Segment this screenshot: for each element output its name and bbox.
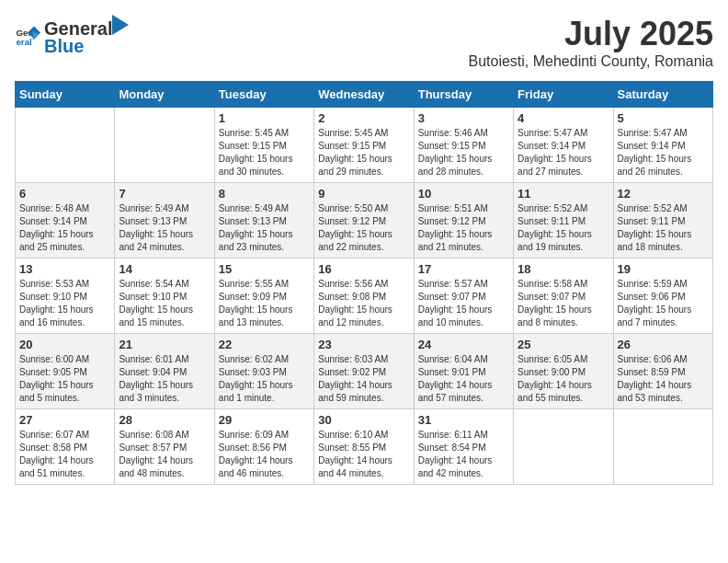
calendar-cell: 28Sunrise: 6:08 AM Sunset: 8:57 PM Dayli… <box>115 409 214 485</box>
day-info: Sunrise: 6:03 AM Sunset: 9:02 PM Dayligh… <box>318 354 392 403</box>
day-info: Sunrise: 5:52 AM Sunset: 9:11 PM Dayligh… <box>618 203 692 252</box>
day-number: 9 <box>318 187 409 201</box>
logo-arrow-icon <box>112 15 129 35</box>
calendar-week-row: 13Sunrise: 5:53 AM Sunset: 9:10 PM Dayli… <box>16 259 713 334</box>
page-header: Gen eral General Blue July 2025 Butoiest… <box>15 15 713 70</box>
day-info: Sunrise: 5:47 AM Sunset: 9:14 PM Dayligh… <box>518 128 592 177</box>
day-number: 2 <box>318 111 409 125</box>
logo: Gen eral General Blue <box>15 15 129 57</box>
main-title: July 2025 <box>468 15 713 53</box>
day-number: 11 <box>518 187 609 201</box>
day-info: Sunrise: 6:10 AM Sunset: 8:55 PM Dayligh… <box>318 430 392 478</box>
day-number: 28 <box>119 413 210 427</box>
weekday-header-thursday: Thursday <box>414 82 513 108</box>
day-number: 19 <box>618 262 709 276</box>
day-number: 1 <box>219 111 310 125</box>
svg-text:eral: eral <box>16 37 32 47</box>
day-number: 25 <box>518 338 609 351</box>
day-info: Sunrise: 5:49 AM Sunset: 9:13 PM Dayligh… <box>219 203 293 252</box>
day-number: 18 <box>518 262 609 276</box>
logo-text-block: General Blue <box>44 15 129 57</box>
day-number: 26 <box>618 338 709 351</box>
logo-icon: Gen eral <box>15 23 40 49</box>
day-info: Sunrise: 6:08 AM Sunset: 8:57 PM Dayligh… <box>119 430 193 478</box>
calendar-cell: 14Sunrise: 5:54 AM Sunset: 9:10 PM Dayli… <box>115 259 214 334</box>
calendar-cell: 7Sunrise: 5:49 AM Sunset: 9:13 PM Daylig… <box>115 183 214 259</box>
day-number: 8 <box>219 187 310 201</box>
weekday-header-wednesday: Wednesday <box>314 82 414 108</box>
day-number: 14 <box>119 262 210 276</box>
weekday-header-saturday: Saturday <box>613 82 712 108</box>
calendar-cell: 17Sunrise: 5:57 AM Sunset: 9:07 PM Dayli… <box>414 259 513 334</box>
calendar-cell: 27Sunrise: 6:07 AM Sunset: 8:58 PM Dayli… <box>16 409 115 485</box>
calendar-cell: 24Sunrise: 6:04 AM Sunset: 9:01 PM Dayli… <box>414 334 513 409</box>
calendar-cell: 19Sunrise: 5:59 AM Sunset: 9:06 PM Dayli… <box>613 259 712 334</box>
weekday-header-monday: Monday <box>115 82 214 108</box>
calendar-cell: 22Sunrise: 6:02 AM Sunset: 9:03 PM Dayli… <box>214 334 313 409</box>
weekday-header-tuesday: Tuesday <box>214 82 313 108</box>
day-info: Sunrise: 5:52 AM Sunset: 9:11 PM Dayligh… <box>518 203 592 252</box>
day-number: 3 <box>418 111 509 125</box>
weekday-header-row: SundayMondayTuesdayWednesdayThursdayFrid… <box>16 82 713 108</box>
day-info: Sunrise: 6:01 AM Sunset: 9:04 PM Dayligh… <box>119 354 193 403</box>
calendar-week-row: 20Sunrise: 6:00 AM Sunset: 9:05 PM Dayli… <box>16 334 713 409</box>
day-info: Sunrise: 5:47 AM Sunset: 9:14 PM Dayligh… <box>618 128 692 177</box>
calendar-cell <box>115 108 214 183</box>
calendar-cell: 25Sunrise: 6:05 AM Sunset: 9:00 PM Dayli… <box>514 334 613 409</box>
day-number: 5 <box>618 111 709 125</box>
calendar-cell: 3Sunrise: 5:46 AM Sunset: 9:15 PM Daylig… <box>414 108 513 183</box>
calendar-cell: 30Sunrise: 6:10 AM Sunset: 8:55 PM Dayli… <box>314 409 414 485</box>
day-info: Sunrise: 5:56 AM Sunset: 9:08 PM Dayligh… <box>318 279 392 327</box>
calendar-cell: 21Sunrise: 6:01 AM Sunset: 9:04 PM Dayli… <box>115 334 214 409</box>
calendar-cell: 20Sunrise: 6:00 AM Sunset: 9:05 PM Dayli… <box>16 334 115 409</box>
day-info: Sunrise: 5:58 AM Sunset: 9:07 PM Dayligh… <box>518 279 592 327</box>
calendar-cell: 5Sunrise: 5:47 AM Sunset: 9:14 PM Daylig… <box>613 108 712 183</box>
calendar-cell: 11Sunrise: 5:52 AM Sunset: 9:11 PM Dayli… <box>514 183 613 259</box>
calendar-cell: 15Sunrise: 5:55 AM Sunset: 9:09 PM Dayli… <box>214 259 313 334</box>
day-info: Sunrise: 6:04 AM Sunset: 9:01 PM Dayligh… <box>418 354 493 403</box>
subtitle: Butoiesti, Mehedinti County, Romania <box>468 53 713 70</box>
calendar-cell: 1Sunrise: 5:45 AM Sunset: 9:15 PM Daylig… <box>214 108 313 183</box>
calendar-cell: 16Sunrise: 5:56 AM Sunset: 9:08 PM Dayli… <box>314 259 414 334</box>
weekday-header-sunday: Sunday <box>16 82 115 108</box>
calendar-cell <box>514 409 613 485</box>
day-number: 10 <box>418 187 509 201</box>
day-info: Sunrise: 6:05 AM Sunset: 9:00 PM Dayligh… <box>518 354 592 403</box>
day-number: 15 <box>219 262 310 276</box>
day-info: Sunrise: 5:49 AM Sunset: 9:13 PM Dayligh… <box>119 203 193 252</box>
calendar-body: 1Sunrise: 5:45 AM Sunset: 9:15 PM Daylig… <box>16 108 713 485</box>
calendar-table: SundayMondayTuesdayWednesdayThursdayFrid… <box>15 81 713 485</box>
calendar-week-row: 1Sunrise: 5:45 AM Sunset: 9:15 PM Daylig… <box>16 108 713 183</box>
day-number: 17 <box>418 262 509 276</box>
calendar-cell: 10Sunrise: 5:51 AM Sunset: 9:12 PM Dayli… <box>414 183 513 259</box>
calendar-week-row: 27Sunrise: 6:07 AM Sunset: 8:58 PM Dayli… <box>16 409 713 485</box>
calendar-cell <box>16 108 115 183</box>
day-number: 31 <box>418 413 509 427</box>
day-info: Sunrise: 6:09 AM Sunset: 8:56 PM Dayligh… <box>219 430 293 478</box>
calendar-cell: 8Sunrise: 5:49 AM Sunset: 9:13 PM Daylig… <box>214 183 313 259</box>
calendar-cell: 23Sunrise: 6:03 AM Sunset: 9:02 PM Dayli… <box>314 334 414 409</box>
day-number: 29 <box>219 413 310 427</box>
day-number: 6 <box>19 187 110 201</box>
day-info: Sunrise: 6:02 AM Sunset: 9:03 PM Dayligh… <box>219 354 293 403</box>
day-info: Sunrise: 6:06 AM Sunset: 8:59 PM Dayligh… <box>618 354 692 403</box>
calendar-cell: 26Sunrise: 6:06 AM Sunset: 8:59 PM Dayli… <box>613 334 712 409</box>
day-info: Sunrise: 5:45 AM Sunset: 9:15 PM Dayligh… <box>318 128 392 177</box>
calendar-cell: 12Sunrise: 5:52 AM Sunset: 9:11 PM Dayli… <box>613 183 712 259</box>
day-info: Sunrise: 6:00 AM Sunset: 9:05 PM Dayligh… <box>19 354 94 403</box>
day-info: Sunrise: 5:45 AM Sunset: 9:15 PM Dayligh… <box>219 128 293 177</box>
day-info: Sunrise: 5:51 AM Sunset: 9:12 PM Dayligh… <box>418 203 493 252</box>
day-number: 4 <box>518 111 609 125</box>
calendar-header: SundayMondayTuesdayWednesdayThursdayFrid… <box>16 82 713 108</box>
day-number: 23 <box>318 338 409 351</box>
day-info: Sunrise: 5:48 AM Sunset: 9:14 PM Dayligh… <box>19 203 94 252</box>
day-info: Sunrise: 5:53 AM Sunset: 9:10 PM Dayligh… <box>19 279 94 327</box>
calendar-cell: 31Sunrise: 6:11 AM Sunset: 8:54 PM Dayli… <box>414 409 513 485</box>
title-block: July 2025 Butoiesti, Mehedinti County, R… <box>468 15 713 70</box>
day-info: Sunrise: 6:07 AM Sunset: 8:58 PM Dayligh… <box>19 430 94 478</box>
calendar-cell: 4Sunrise: 5:47 AM Sunset: 9:14 PM Daylig… <box>514 108 613 183</box>
calendar-cell: 9Sunrise: 5:50 AM Sunset: 9:12 PM Daylig… <box>314 183 414 259</box>
day-number: 24 <box>418 338 509 351</box>
weekday-header-friday: Friday <box>514 82 613 108</box>
calendar-cell: 2Sunrise: 5:45 AM Sunset: 9:15 PM Daylig… <box>314 108 414 183</box>
